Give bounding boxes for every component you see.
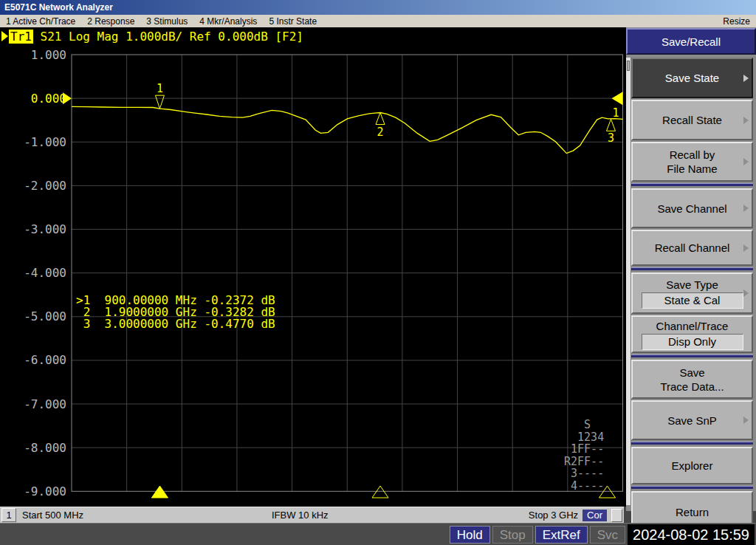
channel-number-box: 1 — [1, 508, 16, 522]
softkey-group-separator — [631, 354, 753, 357]
submenu-arrow-icon — [743, 417, 749, 424]
state-svc: Svc — [590, 526, 625, 544]
softkey-value: Disp Only — [642, 334, 743, 350]
softkey-label: Save Trace Data... — [660, 366, 724, 394]
y-tick-label: 0.000 — [31, 92, 66, 106]
submenu-arrow-icon — [743, 158, 749, 165]
datetime-display: 2024-08-02 15:59 — [628, 524, 755, 545]
submenu-arrow-icon — [743, 75, 749, 82]
softkey-recall-channel[interactable]: Recall Channel — [631, 230, 753, 266]
menu-item[interactable]: 1 Active Ch/Trace — [6, 16, 75, 27]
softkey-save-state[interactable]: Save State — [631, 58, 753, 98]
marker-readout: >1 900.00000 MHz -0.2372 dB 2 1.9000000 … — [76, 295, 275, 330]
softkey-save-trace-data[interactable]: Save Trace Data... — [631, 360, 753, 399]
port-status-line: 3---- — [564, 467, 604, 480]
state-hold: Hold — [450, 526, 490, 544]
trace-status-line[interactable]: Tr1 S21 Log Mag 1.000dB/ Ref 0.000dB [F2… — [1, 30, 303, 43]
softkey-recall-by-file-name[interactable]: Recall by File Name — [631, 142, 753, 182]
scrollbar-thumb[interactable] — [627, 61, 630, 71]
softkey-label: Recall State — [662, 113, 722, 127]
ref-level-arrow-left-icon — [63, 92, 72, 104]
softkey-menu-title: Save/Recall — [626, 28, 756, 55]
instrument-states: HoldStopExtRefSvc — [450, 526, 625, 544]
port-status-block: S 1234 1FF--R2FF-- 3---- 4---- — [564, 419, 604, 492]
status-bar-right: Stop 3 GHz Cor — [529, 509, 622, 522]
ifbw-readout: IFBW 10 kHz — [272, 510, 329, 521]
softkey-group-separator — [631, 183, 753, 186]
submenu-arrow-icon — [743, 244, 749, 252]
softkey-buttons: Save StateRecall StateRecall by File Nam… — [631, 58, 755, 534]
softkey-label: Return — [676, 505, 709, 519]
softkey-label: Recall Channel — [655, 241, 730, 255]
softkey-scrollbar[interactable] — [626, 58, 631, 505]
active-trace-arrow-icon — [1, 31, 8, 41]
softkey-explorer[interactable]: Explorer — [631, 447, 753, 484]
port-status-line: 4---- — [564, 480, 604, 493]
menu-bar: 1 Active Ch/Trace2 Response3 Stimulus4 M… — [0, 15, 756, 27]
port-status-line: 1234 — [564, 431, 604, 444]
softkey-group-separator — [631, 442, 753, 445]
softkey-label: Channel/Trace — [656, 319, 729, 333]
softkey-value: State & Cal — [642, 292, 743, 309]
marker-2-stimulus-icon — [372, 486, 388, 498]
y-tick-label: -5.000 — [24, 309, 66, 323]
softkey-label: Save State — [665, 71, 719, 85]
submenu-arrow-icon — [743, 289, 749, 297]
marker-readout-line: 3 3.0000000 GHz -0.4770 dB — [76, 318, 275, 330]
y-tick-label: -8.000 — [24, 441, 66, 455]
y-tick-label: 1.000 — [31, 48, 66, 62]
trace-number-label: 1 — [613, 106, 619, 120]
menu-item[interactable]: 5 Instr State — [269, 16, 317, 27]
port-status-line: S — [564, 419, 604, 431]
start-frequency: Start 500 MHz — [22, 510, 83, 521]
marker-1-stimulus-icon — [151, 486, 168, 498]
softkey-panel: Save/Recall Save StateRecall StateRecall… — [626, 27, 756, 511]
y-tick-label: -4.000 — [24, 266, 66, 280]
y-tick-label: -7.000 — [24, 397, 66, 411]
submenu-arrow-icon — [743, 205, 749, 212]
instrument-status-bar: HoldStopExtRefSvc 2024-08-02 15:59 — [0, 523, 756, 545]
trace1-settings: S21 Log Mag 1.000dB/ Ref 0.000dB [F2] — [33, 30, 303, 44]
y-tick-label: -6.000 — [24, 353, 66, 367]
softkey-channel-trace[interactable]: Channel/TraceDisp Only — [631, 315, 753, 353]
y-tick-label: -9.000 — [24, 484, 66, 498]
trace1-badge: Tr1 — [9, 30, 33, 44]
marker-3-number: 3 — [608, 131, 614, 145]
softkey-label: Save SnP — [667, 414, 717, 428]
marker-2-number: 2 — [377, 126, 384, 139]
softkey-label: Save Channel — [657, 202, 726, 216]
marker-3-symbol-icon — [607, 119, 616, 131]
status-blank-box — [611, 509, 622, 522]
softkey-label: Save Type — [666, 278, 718, 292]
softkey-label: Explorer — [672, 459, 713, 473]
y-tick-label: -3.000 — [24, 222, 66, 236]
ref-level-arrow-right-icon — [612, 92, 623, 105]
menu-item[interactable]: 3 Stimulus — [146, 16, 188, 27]
marker-1-symbol-icon — [155, 95, 164, 109]
menu-item[interactable]: 2 Response — [87, 16, 134, 27]
marker-2-symbol-icon — [376, 113, 385, 125]
softkey-save-channel[interactable]: Save Channel — [631, 188, 753, 228]
window-title: E5071C Network Analyzer — [4, 2, 113, 13]
analyzer-screen: Tr1 S21 Log Mag 1.000dB/ Ref 0.000dB [F2… — [0, 27, 626, 507]
state-extref: ExtRef — [535, 526, 588, 544]
menu-item[interactable]: 4 Mkr/Analysis — [199, 16, 257, 27]
app-window: E5071C Network Analyzer 1 Active Ch/Trac… — [0, 0, 756, 545]
y-tick-label: -1.000 — [24, 135, 66, 149]
softkey-save-type[interactable]: Save TypeState & Cal — [631, 272, 753, 314]
softkey-group-separator — [631, 486, 753, 489]
port-status-line: R2FF-- — [564, 456, 604, 468]
stop-frequency: Stop 3 GHz — [529, 510, 578, 521]
softkey-group-separator — [631, 267, 753, 270]
y-tick-label: -2.000 — [24, 179, 66, 193]
title-bar: E5071C Network Analyzer — [0, 0, 756, 15]
state-stop: Stop — [492, 526, 533, 544]
marker-1-number: 1 — [157, 82, 163, 95]
resize-button[interactable]: Resize — [723, 16, 750, 27]
graph-svg: 1.0000.000-1.000-2.000-3.000-4.000-5.000… — [0, 44, 626, 507]
port-status-line: 1FF-- — [564, 443, 604, 456]
softkey-recall-state[interactable]: Recall State — [631, 100, 753, 140]
softkey-save-snp[interactable]: Save SnP — [631, 400, 753, 440]
correction-badge: Cor — [583, 510, 607, 521]
menu-items: 1 Active Ch/Trace2 Response3 Stimulus4 M… — [6, 16, 317, 27]
